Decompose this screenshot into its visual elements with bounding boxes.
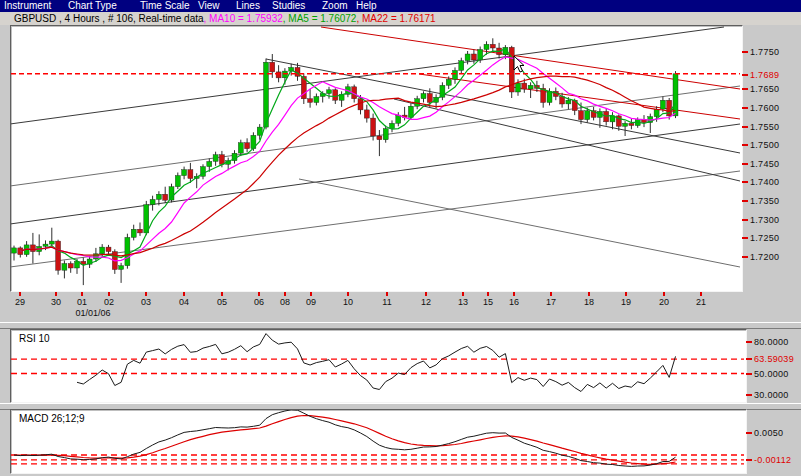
candle-down <box>377 136 382 140</box>
macd-axis-tick <box>746 432 752 434</box>
menu-item-help[interactable]: Help <box>356 0 377 12</box>
candle-up <box>169 187 174 200</box>
x-axis-label: 06 <box>254 297 264 307</box>
title-bar: GBPUSD , 4 Hours , # 106, Real-time data… <box>0 12 801 25</box>
macd-line <box>14 410 676 466</box>
candle-up <box>484 44 489 49</box>
candle-up <box>238 143 243 153</box>
candle-up <box>257 127 262 135</box>
price-axis-label: 1.7689 <box>750 70 779 80</box>
candle-up <box>566 100 571 104</box>
date-label: 01/01/06 <box>75 308 110 318</box>
x-axis-tick <box>221 292 223 296</box>
candle-up <box>119 266 124 270</box>
trendline[interactable] <box>11 27 724 124</box>
candle-down <box>579 111 584 120</box>
menu-item-lines[interactable]: Lines <box>236 0 260 12</box>
ma10-value: , MA10 = 1.75932 <box>204 13 283 24</box>
candle-up <box>453 70 458 79</box>
price-axis-label: 1.7300 <box>750 215 779 225</box>
candle-up <box>213 155 218 162</box>
price-axis-tick <box>742 200 748 202</box>
x-axis-tick <box>19 292 21 296</box>
candle-up <box>383 129 388 140</box>
candle-up <box>585 111 590 120</box>
candle-down <box>163 194 168 200</box>
candle-down <box>68 264 73 269</box>
x-axis-tick <box>347 292 349 296</box>
price-chart-panel[interactable] <box>10 25 743 292</box>
rsi-axis-tick <box>746 373 752 375</box>
price-axis-label: 1.7350 <box>750 196 779 206</box>
x-axis-label: 30 <box>51 297 61 307</box>
x-axis-tick <box>487 292 489 296</box>
rsi-chart[interactable] <box>11 330 744 400</box>
macd-axis-tick <box>746 459 752 461</box>
x-axis-label: 02 <box>104 297 114 307</box>
x-axis-tick <box>183 292 185 296</box>
price-axis-tick <box>742 107 748 109</box>
x-axis-label: 29 <box>15 297 25 307</box>
price-axis-tick <box>742 237 748 239</box>
macd-axis-label: 0.0050 <box>754 428 783 438</box>
candle-up <box>150 199 155 204</box>
candle-down <box>629 123 634 125</box>
candle-down <box>308 99 313 103</box>
candle-up <box>465 54 470 61</box>
trendline[interactable] <box>11 124 740 224</box>
candle-down <box>56 241 61 270</box>
price-axis-tick <box>742 144 748 146</box>
menu-item-studies[interactable]: Studies <box>272 0 305 12</box>
x-axis-label: 20 <box>659 297 669 307</box>
rsi-axis: 80.000063.5903950.000030.0000 <box>746 330 801 402</box>
candle-up <box>156 194 161 199</box>
candle-up <box>327 90 332 94</box>
macd-axis-label: -0.00112 <box>754 455 791 465</box>
trendline[interactable] <box>299 179 740 267</box>
rsi-title: RSI 10 <box>19 333 50 344</box>
menu-item-view[interactable]: View <box>198 0 220 12</box>
macd-chart[interactable] <box>11 410 744 471</box>
trendline[interactable] <box>11 171 740 267</box>
macd-panel[interactable]: MACD 26;12;9 <box>10 409 747 474</box>
menu-item-zoom[interactable]: Zoom <box>322 0 348 12</box>
menu-item-chart-type[interactable]: Chart Type <box>68 0 117 12</box>
candle-up <box>131 229 136 237</box>
price-axis-tick <box>742 163 748 165</box>
candle-down <box>106 247 111 252</box>
candle-down <box>471 54 476 60</box>
candle-down <box>333 90 338 100</box>
candle-up <box>12 248 17 253</box>
candle-up <box>421 94 426 99</box>
candle-down <box>490 44 495 48</box>
panel-splitter[interactable] <box>0 322 801 329</box>
price-axis-tick <box>742 181 748 183</box>
x-axis-label: 11 <box>382 297 391 307</box>
rsi-axis-tick <box>746 358 752 360</box>
candlestick-chart[interactable] <box>11 26 740 289</box>
x-axis-label: 04 <box>179 297 189 307</box>
menu-item-instrument[interactable]: Instrument <box>4 0 51 12</box>
price-axis-tick <box>742 88 748 90</box>
x-axis-label: 05 <box>217 297 227 307</box>
x-axis-label: 01 <box>77 297 87 307</box>
x-axis-tick <box>588 292 590 296</box>
candle-down <box>364 110 369 118</box>
x-axis-label: 09 <box>306 297 316 307</box>
x-axis-label: 12 <box>421 297 431 307</box>
price-axis-label: 1.7250 <box>750 233 779 243</box>
x-axis-label: 18 <box>584 297 594 307</box>
rsi-panel[interactable]: RSI 10 <box>10 329 747 403</box>
rsi-line <box>77 334 676 392</box>
rsi-axis-label: 63.59039 <box>754 354 794 364</box>
x-axis-tick <box>81 292 83 296</box>
menu-item-time-scale[interactable]: Time Scale <box>140 0 190 12</box>
ma5-line <box>20 49 675 266</box>
time-axis: 01/01/06 2930010203040506080910111213151… <box>12 291 752 319</box>
chart-application-window: InstrumentChart TypeTime ScaleViewLinesS… <box>0 0 801 476</box>
candle-up <box>49 241 54 244</box>
chart-title: GBPUSD , 4 Hours , # 106, Real-time data <box>14 13 204 24</box>
rsi-axis-tick <box>746 341 752 343</box>
x-axis-tick <box>663 292 665 296</box>
x-axis-label: 21 <box>696 297 706 307</box>
